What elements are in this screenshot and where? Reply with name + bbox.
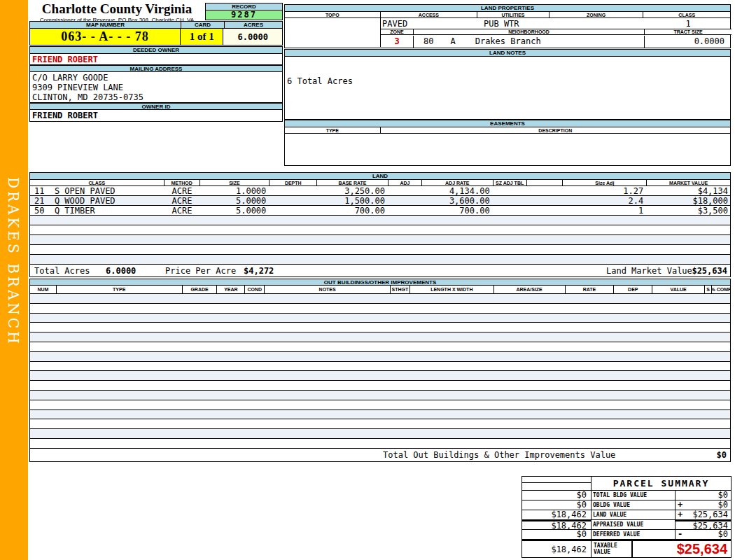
outbuildings-empty-row xyxy=(29,342,731,352)
parcel-blank-cell xyxy=(522,476,592,483)
acres-label: ACRES xyxy=(224,21,283,29)
card-label: CARD xyxy=(181,21,224,29)
outbuildings-empty-row xyxy=(29,371,731,381)
ob-header-num: NUM xyxy=(30,286,57,293)
parcel-summary-section: PARCEL SUMMARY $0 TOTAL BLDG VALUE $0 $0… xyxy=(522,476,732,558)
land-market-value: $4,134 xyxy=(647,186,730,196)
parcel-op: + xyxy=(678,510,682,519)
land-size: 5.0000 xyxy=(200,196,270,206)
land-empty-row xyxy=(29,225,731,235)
outbuildings-title: OUT BUILDINGS/OTHER IMPROVEMENTS xyxy=(29,279,731,286)
land-size-adj: 2.4 xyxy=(563,196,647,206)
ob-header-area-size: AREA/SIZE xyxy=(494,286,566,293)
record-box: RECORD 9287 xyxy=(205,3,283,20)
district-name-vertical: DRAKES BRANCH xyxy=(5,177,22,346)
parcel-summary-title: PARCEL SUMMARY xyxy=(592,476,732,491)
outbuildings-empty-row xyxy=(29,362,731,372)
parcel-summary-row: $0 TOTAL BLDG VALUE $0 xyxy=(522,491,732,500)
land-class: 11 S OPEN PAVED xyxy=(30,186,164,196)
utilities-value: PUB WTR xyxy=(478,19,550,29)
parcel-left-value: $0 xyxy=(522,530,592,540)
land-header-base-rate: BASE RATE xyxy=(317,180,388,186)
land-row: 11 S OPEN PAVED ACRE 1.0000 3,250.00 4,1… xyxy=(29,186,731,196)
column-header-zoning: ZONING xyxy=(550,12,644,18)
mailing-address-value: C/O LARRY GOODE 9309 PINEVIEW LANE CLINT… xyxy=(29,72,283,103)
mailing-address-label: MAILING ADDRESS xyxy=(29,65,283,72)
outbuildings-total-row: Total Out Buildings & Other Improvements… xyxy=(29,449,731,462)
parcel-summary-row: $18,462 APPRAISED VALUE $25,634 xyxy=(522,520,732,530)
land-header-depth: DEPTH xyxy=(270,180,317,186)
outbuildings-empty-row xyxy=(29,314,731,323)
land-market-value: $3,500 xyxy=(647,206,730,216)
outbuildings-total-label: Total Out Buildings & Other Improvements… xyxy=(383,450,615,460)
land-note-text: 6 Total Acres xyxy=(287,76,353,86)
neighborhood-value: 80ADrakes Branch xyxy=(414,36,645,48)
parcel-value: $25,634 xyxy=(692,510,728,519)
parcel-row-value: +$0 xyxy=(676,500,732,510)
land-header-method: METHOD xyxy=(164,180,200,186)
neighborhood-sub: A xyxy=(450,36,455,46)
total-acres-label: Total Acres xyxy=(34,266,90,276)
column-header-topo: TOPO xyxy=(285,12,381,18)
land-size-adj: 1.27 xyxy=(563,186,647,196)
land-totals-row: Total Acres 6.0000 Price Per Acre $4,272… xyxy=(29,265,731,277)
easements-empty-box xyxy=(284,134,731,166)
parcel-row-label: TOTAL BLDG VALUE xyxy=(592,491,676,500)
taxable-value: $25,634 xyxy=(632,540,732,558)
parcel-left-value: $18,462 xyxy=(522,520,592,530)
outbuildings-empty-row xyxy=(29,391,731,400)
zone-label: ZONE xyxy=(381,29,414,34)
ob-header-notes: NOTES xyxy=(265,286,391,293)
county-header: Charlotte County Virginia Commissioner o… xyxy=(29,1,204,23)
owner-block: DEEDED OWNER FRIEND ROBERT MAILING ADDRE… xyxy=(29,46,283,122)
outbuildings-empty-row xyxy=(29,304,731,314)
parcel-row-value: $0 xyxy=(676,491,732,500)
owner-id-label: OWNER ID xyxy=(29,103,283,110)
outbuildings-empty-row xyxy=(29,381,731,391)
land-market-value-total: $25,634 xyxy=(692,266,727,276)
land-adj-rate: 3,600.00 xyxy=(422,196,493,206)
outbuildings-empty-row xyxy=(29,410,731,420)
parcel-summary-row: $18,462 LAND VALUE +$25,634 xyxy=(522,510,732,520)
ob-header-value: VALUE xyxy=(652,286,705,293)
map-block: MAP NUMBER CARD ACRES 063- - A- - - 78 1… xyxy=(29,21,283,46)
column-header-utilities: UTILITIES xyxy=(477,12,550,18)
ob-header-rate: RATE xyxy=(566,286,615,293)
total-acres-value: 6.0000 xyxy=(106,266,136,276)
parcel-left-value: $18,462 xyxy=(522,510,592,520)
ob-header-type: TYPE xyxy=(57,286,183,293)
land-class: 21 Q WOOD PAVED xyxy=(30,196,164,206)
parcel-taxable-row: $18,462 TAXABLE VALUE $25,634 xyxy=(522,540,732,558)
card-value: 1 of 1 xyxy=(181,29,224,45)
ob-header-sthgt: STHGT xyxy=(391,286,410,293)
land-notes-section: LAND NOTES 6 Total Acres xyxy=(284,49,731,120)
parcel-value: $0 xyxy=(718,500,728,510)
taxable-label: TAXABLE VALUE xyxy=(592,540,632,558)
easements-section: EASEMENTS TYPE DESCRIPTION xyxy=(284,120,731,166)
land-empty-row xyxy=(29,255,731,265)
land-adj-rate: 4,134.00 xyxy=(422,186,493,196)
ob-header-s: S xyxy=(705,286,712,293)
outbuildings-empty-row xyxy=(29,419,731,429)
ob-header-year: YEAR xyxy=(217,286,245,293)
land-header-size-adj: Size Adj xyxy=(563,180,647,186)
land-row: 21 Q WOOD PAVED ACRE 5.0000 1,500.00 3,6… xyxy=(29,196,731,206)
class-value: 1 xyxy=(645,19,732,29)
parcel-op: + xyxy=(678,500,682,510)
land-method: ACRE xyxy=(164,206,200,216)
parcel-summary-row: $0 OBLDG VALUE +$0 xyxy=(522,500,732,510)
acres-value: 6.0000 xyxy=(223,29,282,45)
access-value: PAVED xyxy=(381,19,478,29)
column-header-class: CLASS xyxy=(643,12,730,18)
zone-value: 3 xyxy=(381,36,414,48)
tract-size-value: 0.0000 xyxy=(645,36,732,48)
easements-title: EASEMENTS xyxy=(284,120,731,127)
land-header-class: CLASS xyxy=(30,180,164,186)
land-section: LAND CLASS METHOD SIZE DEPTH BASE RATE A… xyxy=(29,172,731,277)
parcel-summary-row: $0 DEFERRED VALUE -$0 xyxy=(522,530,732,540)
land-size: 5.0000 xyxy=(200,206,270,216)
land-header-adj: ADJ xyxy=(388,180,422,186)
parcel-row-value: -$0 xyxy=(676,530,732,540)
parcel-op: - xyxy=(678,530,682,539)
county-title: Charlotte County Virginia xyxy=(29,1,204,17)
